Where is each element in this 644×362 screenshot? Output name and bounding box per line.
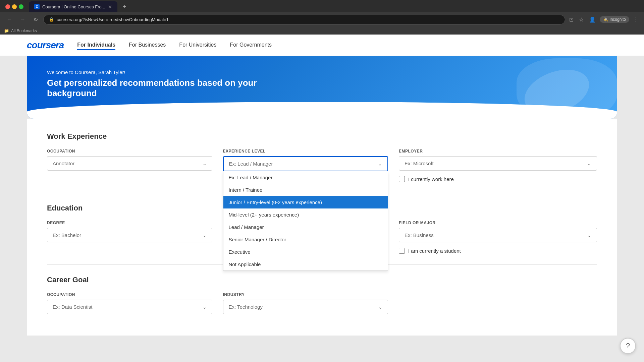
dropdown-item-senior-manager[interactable]: Senior Manager / Director	[223, 233, 388, 246]
employer-group: EMPLOYER Ex: Microsoft ⌄ I currently wor…	[399, 149, 597, 182]
window-minimize-btn[interactable]	[12, 4, 17, 9]
dropdown-item-lead[interactable]: Lead / Manager	[223, 221, 388, 233]
dropdown-item-mid-level[interactable]: Mid-level (2+ years experience)	[223, 208, 388, 221]
industry-label: INDUSTRY	[223, 292, 388, 297]
career-occupation-label: OCCUPATION	[47, 292, 212, 297]
window-maximize-btn[interactable]	[19, 4, 23, 9]
currently-student-label: I am currently a student	[408, 248, 461, 254]
address-bar[interactable]: 🔒 coursera.org/?isNewUser=true&showOnboa…	[43, 15, 565, 24]
hero-title: Get personalized recommendations based o…	[47, 78, 282, 99]
bookmarks-bar: 📁 All Bookmarks	[0, 27, 644, 35]
coursera-logo[interactable]: coursera	[27, 40, 64, 51]
main-content: Work Experience OCCUPATION Annotator ⌄ E…	[27, 119, 617, 336]
career-goal-title: Career Goal	[47, 276, 597, 284]
industry-group: INDUSTRY Ex: Technology ⌄	[223, 292, 388, 314]
degree-group: DEGREE Ex: Bachelor ⌄	[47, 221, 212, 242]
new-tab-button[interactable]: +	[120, 2, 129, 11]
work-experience-title: Work Experience	[47, 132, 597, 141]
field-major-label: FIELD OR MAJOR	[399, 221, 597, 225]
career-goal-section: Career Goal OCCUPATION Ex: Data Scientis…	[47, 276, 597, 314]
wave-decoration-2	[517, 58, 617, 119]
industry-select[interactable]: Ex: Technology ⌄	[223, 300, 388, 314]
career-occupation-value: Ex: Data Scientist	[53, 304, 92, 310]
occupation-select[interactable]: Annotator ⌄	[47, 156, 212, 171]
field-major-value: Ex: Business	[405, 232, 434, 238]
dropdown-item-executive[interactable]: Executive	[223, 246, 388, 258]
career-goal-row: OCCUPATION Ex: Data Scientist ⌄ INDUSTRY…	[47, 292, 597, 314]
incognito-badge: 🕵️ Incognito	[600, 16, 629, 23]
currently-student-checkbox[interactable]	[399, 248, 405, 254]
degree-label: DEGREE	[47, 221, 212, 225]
nav-for-individuals[interactable]: For Individuals	[77, 41, 115, 50]
dropdown-item-junior[interactable]: Junior / Entry-level (0-2 years experien…	[223, 196, 388, 208]
currently-work-checkbox[interactable]	[399, 176, 405, 182]
menu-icon[interactable]: ⋮	[632, 15, 640, 24]
degree-select[interactable]: Ex: Bachelor ⌄	[47, 228, 212, 242]
experience-level-select[interactable]: Ex: Lead / Manager ⌄	[223, 156, 388, 171]
industry-chevron-icon: ⌄	[378, 304, 382, 310]
experience-level-group: EXPERIENCE LEVEL Ex: Lead / Manager ⌄ Ex…	[223, 149, 388, 171]
field-major-chevron-icon: ⌄	[587, 233, 591, 238]
dropdown-item-intern[interactable]: Intern / Trainee	[223, 184, 388, 196]
occupation-chevron-icon: ⌄	[203, 161, 207, 166]
dropdown-item-lead-manager[interactable]: Ex: Lead / Manager	[223, 171, 388, 184]
degree-value: Ex: Bachelor	[53, 232, 81, 238]
bookmarks-label: All Bookmarks	[11, 28, 37, 33]
toolbar-icons: ⊡ ☆ 👤 🕵️ Incognito ⋮	[568, 15, 640, 24]
cast-icon[interactable]: ⊡	[568, 15, 575, 24]
tab-bar: C Coursera | Online Courses Fro... ✕ +	[0, 0, 644, 12]
reload-button[interactable]: ↻	[31, 15, 41, 24]
occupation-group: OCCUPATION Annotator ⌄	[47, 149, 212, 171]
occupation-value: Annotator	[53, 161, 74, 166]
employer-chevron-icon: ⌄	[587, 161, 591, 166]
dropdown-item-not-applicable[interactable]: Not Applicable	[223, 258, 388, 270]
employer-select[interactable]: Ex: Microsoft ⌄	[399, 156, 597, 171]
forward-button[interactable]: →	[17, 15, 28, 24]
currently-work-row: I currently work here	[399, 176, 597, 182]
currently-work-label: I currently work here	[408, 176, 454, 182]
occupation-label: OCCUPATION	[47, 149, 212, 154]
work-experience-row: OCCUPATION Annotator ⌄ EXPERIENCE LEVEL …	[47, 149, 597, 182]
incognito-label: Incognito	[609, 17, 626, 22]
experience-level-value: Ex: Lead / Manager	[229, 161, 273, 167]
degree-chevron-icon: ⌄	[203, 233, 207, 238]
hero-banner: Welcome to Coursera, Sarah Tyler! Get pe…	[27, 56, 617, 119]
url-text: coursera.org/?isNewUser=true&showOnboard…	[57, 17, 169, 22]
nav-for-businesses[interactable]: For Businesses	[129, 41, 166, 50]
currently-student-row: I am currently a student	[399, 248, 597, 254]
hero-subtitle: Welcome to Coursera, Sarah Tyler!	[47, 69, 597, 75]
help-button[interactable]: ?	[620, 338, 636, 354]
bookmark-icon[interactable]: ☆	[578, 15, 585, 24]
browser-chrome: C Coursera | Online Courses Fro... ✕ + ←…	[0, 0, 644, 35]
employer-label: EMPLOYER	[399, 149, 597, 154]
nav-for-governments[interactable]: For Governments	[230, 41, 272, 50]
career-occupation-group: OCCUPATION Ex: Data Scientist ⌄	[47, 292, 212, 314]
industry-value: Ex: Technology	[229, 304, 263, 310]
incognito-icon: 🕵️	[603, 17, 608, 22]
browser-toolbar: ← → ↻ 🔒 coursera.org/?isNewUser=true&sho…	[0, 12, 644, 27]
field-major-group: FIELD OR MAJOR Ex: Business ⌄ I am curre…	[399, 221, 597, 254]
bookmarks-folder-icon: 📁	[4, 28, 9, 33]
experience-level-chevron-icon: ⌄	[378, 161, 382, 167]
career-occupation-chevron-icon: ⌄	[203, 304, 207, 310]
lock-icon: 🔒	[49, 17, 54, 22]
field-major-select[interactable]: Ex: Business ⌄	[399, 228, 597, 242]
profile-icon[interactable]: 👤	[588, 15, 597, 24]
browser-tab-active[interactable]: C Coursera | Online Courses Fro... ✕	[29, 1, 117, 12]
tab-favicon: C	[34, 4, 40, 9]
back-button[interactable]: ←	[4, 15, 15, 24]
experience-level-dropdown: Ex: Lead / Manager Intern / Trainee Juni…	[223, 171, 388, 271]
tab-close-icon[interactable]: ✕	[108, 4, 112, 9]
nav-for-universities[interactable]: For Universities	[179, 41, 216, 50]
experience-level-label: EXPERIENCE LEVEL	[223, 149, 388, 154]
site-navigation: coursera For Individuals For Businesses …	[0, 35, 644, 56]
employer-value: Ex: Microsoft	[405, 161, 434, 166]
window-close-btn[interactable]	[5, 4, 10, 9]
tab-title: Coursera | Online Courses Fro...	[42, 4, 105, 9]
career-occupation-select[interactable]: Ex: Data Scientist ⌄	[47, 300, 212, 314]
